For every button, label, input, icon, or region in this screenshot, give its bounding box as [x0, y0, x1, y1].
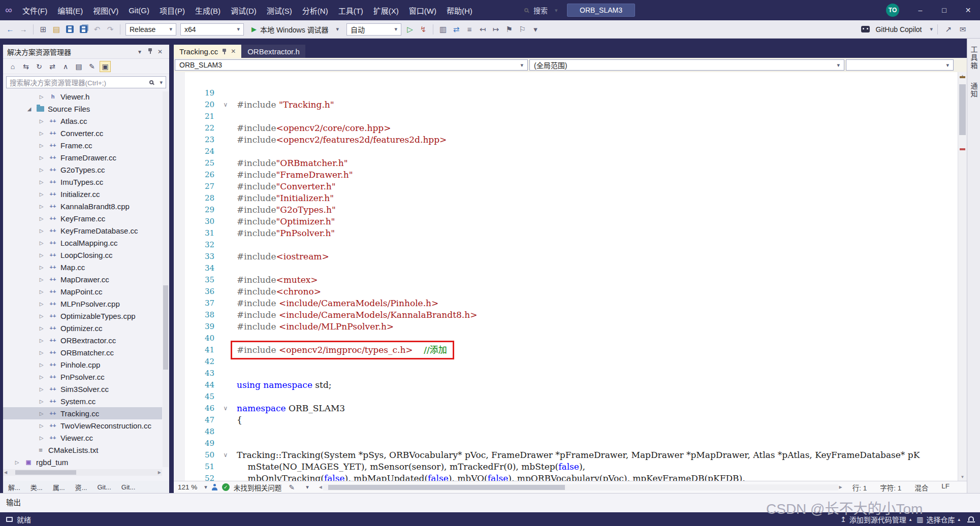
panel-tab-git[interactable]: Git...: [92, 482, 116, 492]
expand-arrow-icon[interactable]: ▷: [38, 179, 45, 185]
start-debugging-button[interactable]: ▶ 本地 Windows 调试器 ▾: [246, 24, 344, 35]
expand-arrow-icon[interactable]: ▷: [38, 94, 45, 100]
expand-arrow-icon[interactable]: ▷: [38, 301, 45, 307]
close-panel-icon[interactable]: ✕: [155, 48, 165, 55]
switch-views-icon[interactable]: ⇆: [20, 61, 31, 72]
panel-tab-解[interactable]: 解...: [3, 481, 25, 494]
tree-item-map-cc[interactable]: ▷++Map.cc: [3, 261, 162, 273]
code-line-24[interactable]: 24: [174, 146, 958, 157]
code-line-49[interactable]: 49: [174, 438, 958, 449]
bookmark-prev-icon[interactable]: ⚐: [516, 23, 528, 36]
fold-collapse-icon[interactable]: ∨: [214, 449, 237, 461]
zoom-select[interactable]: 121 % ▾: [178, 483, 207, 491]
tree-item-converter-cc[interactable]: ▷++Converter.cc: [3, 127, 162, 139]
code-line-39[interactable]: 39#include <include/MLPnPsolver.h>: [174, 321, 958, 333]
undo-icon[interactable]: ↶: [91, 23, 103, 36]
panel-tab-类[interactable]: 类...: [25, 481, 48, 494]
menu-测试-s[interactable]: 测试(S): [262, 0, 297, 20]
tree-item-optimizabletypes-cpp[interactable]: ▷++OptimizableTypes.cpp: [3, 310, 162, 322]
profile-select[interactable]: 自动 ▾: [346, 23, 401, 36]
configuration-select[interactable]: Release ▾: [125, 23, 176, 36]
show-whitespace-icon[interactable]: ▥: [437, 23, 449, 36]
tree-item-keyframedatabase-cc[interactable]: ▷++KeyFrameDatabase.cc: [3, 224, 162, 237]
hot-reload-icon[interactable]: ↯: [417, 23, 429, 36]
code-line-33[interactable]: 33#include<iostream>: [174, 251, 958, 262]
scrollbar-thumb[interactable]: [163, 285, 168, 370]
tree-item-rgbd-tum[interactable]: ▷▣rgbd_tum: [3, 456, 162, 468]
maximize-button[interactable]: □: [932, 0, 956, 20]
scrollbar-thumb[interactable]: [328, 485, 565, 490]
tree-item-initializer-cc[interactable]: ▷++Initializer.cc: [3, 188, 162, 200]
github-copilot-label[interactable]: GitHub Copilot: [875, 25, 922, 34]
code-line-27[interactable]: 27#include"Converter.h": [174, 181, 958, 192]
collapse-arrow-icon[interactable]: ◢: [25, 106, 33, 112]
code-line-20[interactable]: 20∨#include "Tracking.h": [174, 99, 958, 111]
navigate-forward-icon[interactable]: →: [17, 23, 29, 36]
expand-arrow-icon[interactable]: ▷: [38, 240, 45, 246]
tree-item-mapdrawer-cc[interactable]: ▷++MapDrawer.cc: [3, 273, 162, 285]
code-line-36[interactable]: 36#include<chrono>: [174, 286, 958, 298]
tree-item-tracking-cc[interactable]: ▷++Tracking.cc: [3, 407, 162, 419]
menu-git-g[interactable]: Git(G): [123, 0, 154, 20]
code-line-31[interactable]: 31#include"PnPsolver.h": [174, 227, 958, 239]
scroll-right-icon[interactable]: ▶: [157, 470, 162, 475]
expand-arrow-icon[interactable]: ▷: [38, 143, 45, 148]
code-line-38[interactable]: 38#include <include/CameraModels/Kannala…: [174, 309, 958, 321]
panel-tab-属[interactable]: 属...: [48, 481, 70, 494]
code-line-47[interactable]: 47{: [174, 414, 958, 426]
tree-item-mlpnpsolver-cpp[interactable]: ▷++MLPnPsolver.cpp: [3, 298, 162, 310]
shift-right-icon[interactable]: ↦: [490, 23, 502, 36]
select-repository-button[interactable]: ▥ 选择仓库 ▴: [916, 514, 960, 524]
edit-pen-icon[interactable]: ✎: [286, 481, 298, 494]
scrollbar-thumb[interactable]: [15, 470, 76, 475]
expand-arrow-icon[interactable]: ▷: [38, 374, 45, 380]
expand-arrow-icon[interactable]: ▷: [38, 130, 45, 136]
code-line-30[interactable]: 30#include"Optimizer.h": [174, 216, 958, 227]
menu-帮助-h[interactable]: 帮助(H): [441, 0, 478, 20]
tree-item-viewer-h[interactable]: ▷hViewer.h: [3, 90, 162, 103]
menu-项目-p[interactable]: 项目(P): [154, 0, 190, 20]
fold-collapse-icon[interactable]: ∨: [214, 403, 237, 414]
tree-item-source-files[interactable]: ◢Source Files: [3, 103, 162, 115]
editor-vertical-scrollbar[interactable]: ▲ ▼: [958, 72, 967, 481]
member-dropdown[interactable]: ▾: [846, 59, 954, 71]
start-without-debugging-icon[interactable]: ▷: [404, 23, 416, 36]
menu-生成-b[interactable]: 生成(B): [190, 0, 226, 20]
menu-扩展-x[interactable]: 扩展(X): [368, 0, 404, 20]
code-editor[interactable]: 1920∨#include "Tracking.h"2122#include<o…: [174, 72, 958, 481]
show-all-files-icon[interactable]: ▤: [73, 61, 84, 72]
menu-窗口-w[interactable]: 窗口(W): [404, 0, 441, 20]
expand-arrow-icon[interactable]: ▷: [38, 411, 45, 416]
tree-item-sim3solver-cc[interactable]: ▷++Sim3Solver.cc: [3, 383, 162, 395]
outlining-icon[interactable]: ≡: [463, 23, 476, 36]
expand-arrow-icon[interactable]: ▷: [38, 216, 45, 221]
close-tab-icon[interactable]: ✕: [231, 48, 236, 55]
tab-orbextractor-h[interactable]: ORBextractor.h: [242, 45, 305, 58]
panel-tab-git[interactable]: Git...: [116, 482, 140, 492]
code-line-34[interactable]: 34: [174, 262, 958, 274]
tree-item-loopclosing-cc[interactable]: ▷++LoopClosing.cc: [3, 249, 162, 261]
code-line-45[interactable]: 45: [174, 391, 958, 403]
code-line-44[interactable]: 44using namespace std;: [174, 379, 958, 391]
expand-arrow-icon[interactable]: ▷: [38, 167, 45, 173]
code-line-22[interactable]: 22#include<opencv2/core/core.hpp>: [174, 122, 958, 134]
expand-arrow-icon[interactable]: ▷: [38, 252, 45, 258]
scroll-left-icon[interactable]: ◀: [3, 470, 8, 475]
navigate-pair-icon[interactable]: ⇄: [450, 23, 462, 36]
panel-tab-资[interactable]: 资...: [70, 481, 92, 494]
expand-arrow-icon[interactable]: ▷: [38, 399, 45, 404]
health-check-icon[interactable]: ✓: [222, 483, 230, 491]
add-to-source-control-button[interactable]: ↥ 添加到源代码管理 ▴: [840, 514, 911, 524]
code-line-21[interactable]: 21: [174, 111, 958, 122]
fold-collapse-icon[interactable]: ∨: [214, 99, 237, 111]
code-line-29[interactable]: 29#include"G2oTypes.h": [174, 204, 958, 216]
search-input[interactable]: 搜索解决方案资源管理器(Ctrl+;) ▾: [6, 76, 166, 88]
code-line-50[interactable]: 50∨Tracking::Tracking(System *pSys, ORBV…: [174, 449, 958, 461]
code-line-26[interactable]: 26#include"FrameDrawer.h": [174, 169, 958, 181]
expand-arrow-icon[interactable]: ▷: [38, 155, 45, 160]
menu-分析-n[interactable]: 分析(N): [297, 0, 333, 20]
minimize-button[interactable]: –: [908, 0, 932, 20]
avatar[interactable]: TO: [886, 4, 899, 17]
menu-视图-v[interactable]: 视图(V): [88, 0, 123, 20]
menu-调试-d[interactable]: 调试(D): [226, 0, 262, 20]
